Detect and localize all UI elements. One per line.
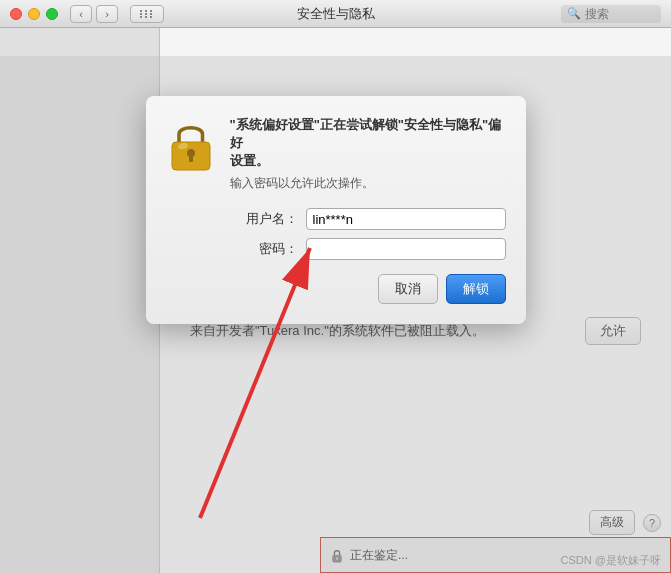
search-input[interactable] — [585, 7, 655, 21]
lock-large-icon — [166, 116, 216, 176]
cancel-button[interactable]: 取消 — [378, 274, 438, 304]
username-row: 用户名： — [166, 208, 506, 230]
modal-header-text: "系统偏好设置"正在尝试解锁"安全性与隐私"偏好 设置。 输入密码以允许此次操作… — [230, 116, 506, 192]
password-row: 密码： — [166, 238, 506, 260]
maximize-button[interactable] — [46, 8, 58, 20]
window-controls[interactable] — [10, 8, 58, 20]
modal-header: "系统偏好设置"正在尝试解锁"安全性与隐私"偏好 设置。 输入密码以允许此次操作… — [166, 116, 506, 192]
close-button[interactable] — [10, 8, 22, 20]
search-icon: 🔍 — [567, 7, 581, 20]
modal-overlay: "系统偏好设置"正在尝试解锁"安全性与隐私"偏好 设置。 输入密码以允许此次操作… — [0, 56, 671, 573]
modal-title: "系统偏好设置"正在尝试解锁"安全性与隐私"偏好 设置。 — [230, 116, 506, 170]
back-button[interactable]: ‹ — [70, 5, 92, 23]
title-bar: ‹ › 安全性与隐私 🔍 — [0, 0, 671, 28]
modal-form: 用户名： 密码： — [166, 208, 506, 260]
main-content: 允许从以下位置下载的应用： App Store App Store 和被认可的开… — [0, 28, 671, 573]
modal-dialog: "系统偏好设置"正在尝试解锁"安全性与隐私"偏好 设置。 输入密码以允许此次操作… — [146, 96, 526, 324]
unlock-button[interactable]: 解锁 — [446, 274, 506, 304]
watermark: CSDN @是软妹子呀 — [561, 553, 661, 568]
username-input[interactable] — [306, 208, 506, 230]
modal-title-line2: 设置。 — [230, 153, 269, 168]
svg-rect-4 — [189, 154, 193, 162]
forward-button[interactable]: › — [96, 5, 118, 23]
modal-subtitle: 输入密码以允许此次操作。 — [230, 174, 506, 192]
modal-title-line1: "系统偏好设置"正在尝试解锁"安全性与隐私"偏好 — [230, 117, 502, 150]
search-box[interactable]: 🔍 — [561, 5, 661, 23]
minimize-button[interactable] — [28, 8, 40, 20]
nav-buttons[interactable]: ‹ › — [70, 5, 118, 23]
grid-view-button[interactable] — [130, 5, 164, 23]
password-input[interactable] — [306, 238, 506, 260]
window-title: 安全性与隐私 — [297, 5, 375, 23]
modal-buttons: 取消 解锁 — [166, 274, 506, 304]
password-label: 密码： — [243, 240, 298, 258]
username-label: 用户名： — [243, 210, 298, 228]
